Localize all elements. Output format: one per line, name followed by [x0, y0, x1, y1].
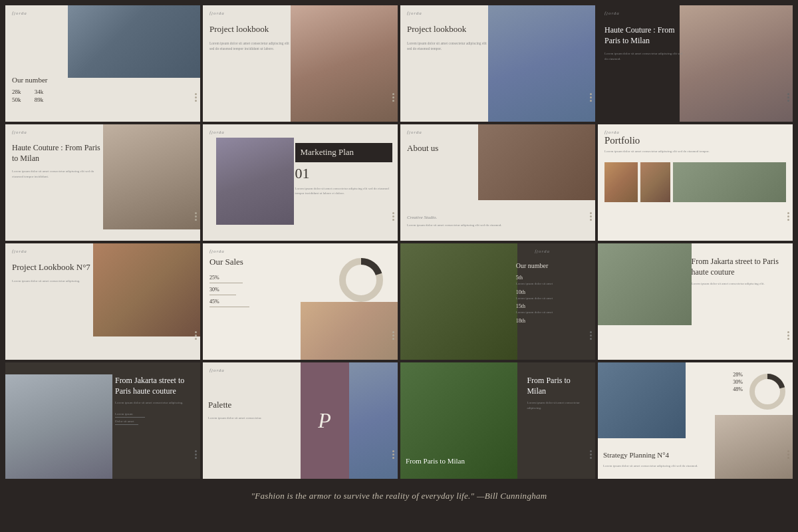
- title-s6: Marketing Plan: [295, 143, 393, 162]
- brand-s2: fjorda: [209, 11, 225, 16]
- title-s10: Our Sales: [209, 257, 249, 268]
- brand-s9: fjorda: [12, 249, 27, 254]
- title-s7: About us: [407, 143, 477, 154]
- slide-11: fjorda Our number 5th Lorem ipsum dolor …: [400, 243, 595, 360]
- title-s13: From Jakarta street to Paris haute coutu…: [115, 376, 197, 396]
- brand-s4: fjorda: [604, 11, 620, 16]
- title-s12: From Jakarta street to Paris haute coutu…: [692, 257, 789, 277]
- title-s1: Our number: [12, 75, 47, 84]
- stat-89k: 89k: [35, 96, 48, 103]
- side-indicator-s3: [590, 93, 592, 102]
- slide-12: fjorda From Jakarta street to Paris haut…: [598, 243, 793, 360]
- slide-10: fjorda Our Sales 25% 30% 45%: [203, 243, 398, 360]
- title-s15: From Paris to Milan: [527, 376, 590, 396]
- side-indicator-s10: [392, 331, 394, 340]
- slide-15: From Paris to Milan Lorem ipsum dolor si…: [400, 362, 595, 479]
- brand-s1: fjorda: [12, 11, 27, 16]
- side-indicator-s15: [590, 450, 592, 459]
- side-indicator-s6: [392, 212, 394, 221]
- side-indicator-s9: [195, 331, 197, 340]
- pct-25: 25%: [209, 275, 249, 281]
- slide-13: From Jakarta street to Paris haute coutu…: [5, 362, 200, 479]
- slide-4: fjorda Haute Couture : From Paris to Mil…: [598, 5, 793, 122]
- quote-bar: "Fashion is the armor to survive the rea…: [0, 480, 798, 512]
- letter-s14: P: [318, 408, 331, 433]
- brand-s14: fjorda: [209, 368, 225, 373]
- slide-5: fjorda Haute Couture : From Paris to Mil…: [5, 124, 200, 241]
- side-indicator-s4: [787, 93, 789, 102]
- side-indicator-s12: [787, 331, 789, 340]
- donut-chart-s16: [747, 372, 787, 412]
- stat-10th: 10th: [516, 289, 590, 295]
- title-s5: Haute Couture : From Paris to Milan: [12, 143, 102, 164]
- stat-15th: 15th: [516, 303, 590, 309]
- slide-1: fjorda Our number 28k 34k 50k 89k: [5, 5, 200, 122]
- donut-chart-s10: [338, 257, 384, 303]
- title-s4: Haute Couture : From Paris to Milan: [604, 25, 682, 46]
- title-s9: Project Lookbook N°7: [12, 262, 94, 273]
- brand-s7: fjorda: [407, 130, 422, 135]
- stat-18th: 18th: [516, 318, 590, 324]
- title-s3: Project lookbook: [407, 24, 489, 35]
- brand-s10: fjorda: [209, 249, 225, 254]
- stat-28k: 28k: [12, 88, 25, 95]
- side-indicator-s13: [195, 450, 197, 459]
- brand-s6: fjorda: [209, 130, 225, 135]
- slide-14: fjorda Palette Lorem ipsum dolor sit ame…: [203, 362, 398, 479]
- pct2-28: 28%: [733, 372, 743, 378]
- slide-7: fjorda About us Creative Studio. Lorem i…: [400, 124, 595, 241]
- pct2-48: 48%: [733, 386, 743, 392]
- side-indicator-s8: [787, 212, 789, 221]
- side-indicator-s1: [195, 93, 197, 102]
- slide-16: fjorda 28% 30% 48% Strategy Planning N°4: [598, 362, 793, 479]
- main-container: fjorda Our number 28k 34k 50k 89k: [0, 0, 798, 512]
- slide-3: fjorda Project lookbook Lorem ipsum dolo…: [400, 5, 595, 122]
- slide-grid: fjorda Our number 28k 34k 50k 89k: [0, 0, 798, 479]
- side-indicator-s11: [590, 331, 592, 340]
- slide-8: fjorda Portfolio Lorem ipsum dolor sit a…: [598, 124, 793, 241]
- slide-6: fjorda Marketing Plan 01 Lorem ipsum dol…: [203, 124, 398, 241]
- side-indicator-s5: [195, 212, 197, 221]
- slide-9: fjorda Project Lookbook N°7 Lorem ipsum …: [5, 243, 200, 360]
- brand-s3: fjorda: [407, 11, 422, 16]
- slide-2: fjorda Project lookbook Lorem ipsum dolo…: [203, 5, 398, 122]
- subtitle-s15: From Paris to Milan: [406, 456, 465, 466]
- title-s8: Portfolio: [604, 135, 710, 146]
- brand-s5: fjorda: [12, 130, 27, 135]
- title-s2: Project lookbook: [209, 24, 291, 35]
- quote-text: "Fashion is the armor to survive the rea…: [251, 491, 547, 501]
- title-s11: Our number: [516, 262, 590, 269]
- side-indicator-s14: [392, 450, 394, 459]
- pct2-30: 30%: [733, 379, 743, 385]
- side-indicator-s7: [590, 212, 592, 221]
- title-s14: Palette: [208, 400, 295, 410]
- brand-s11: fjorda: [535, 249, 550, 254]
- pct-45: 45%: [209, 299, 249, 305]
- stat-50k: 50k: [12, 96, 25, 103]
- subtitle-s7: Creative Studio.: [407, 215, 505, 220]
- stat-5th: 5th: [516, 275, 590, 281]
- stat-34k: 34k: [35, 88, 48, 95]
- brand-s8: fjorda: [604, 130, 620, 135]
- side-indicator-s2: [392, 93, 394, 102]
- pct-30: 30%: [209, 287, 249, 293]
- number-s6: 01: [295, 165, 393, 182]
